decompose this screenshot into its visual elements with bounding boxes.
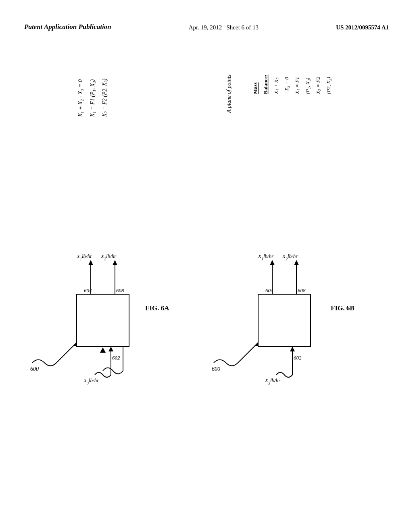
node-600b-label: 600 bbox=[212, 366, 220, 372]
header-publication-title: Patent Application Publication bbox=[24, 22, 111, 32]
node-602b-label: 602 bbox=[294, 355, 302, 361]
left-equation-block: X1 + X2 - X3 = 0 X1 = F1 (P1, X3) X2 = F… bbox=[75, 79, 111, 117]
right-eq-1: X1 + X2 - X3 = 0 bbox=[273, 77, 290, 94]
left-eq-3: X2 = F2 (P2, X3) bbox=[102, 79, 108, 117]
x3b-feed-wavy bbox=[276, 347, 292, 377]
x3b-lb-label: X3lb/hr bbox=[265, 377, 281, 385]
x3-lb-label-6a: X3lb/hr bbox=[83, 377, 99, 385]
stream-600-line bbox=[32, 343, 77, 366]
right-eq-3: X2 = F2 (P2, X3) bbox=[315, 77, 332, 94]
x1-lb-label-6a: X1lb/hr bbox=[76, 253, 92, 261]
x3-feed-arrow bbox=[108, 347, 113, 351]
node-608-label-6a: 608 bbox=[116, 287, 124, 293]
x2b-lb-label: X2lb/hr bbox=[282, 253, 298, 261]
left-eq-2: X1 = F1 (P1, X3) bbox=[90, 79, 96, 117]
x1b-out-arrow bbox=[270, 260, 275, 265]
right-eq-2: X1 = F1 (P1, X3) bbox=[294, 77, 311, 94]
fig-6a-text: FIG. 6A bbox=[145, 304, 169, 312]
node-604-label-6a: 604 bbox=[84, 287, 92, 293]
x2-out-arrow bbox=[113, 260, 117, 265]
mass-balance-label: Mass Balance: bbox=[252, 75, 269, 94]
plane-label: A plane of points bbox=[226, 75, 232, 113]
right-equation-block: Mass Balance: X1 + X2 - X3 = 0 X1 = F1 (… bbox=[250, 75, 334, 94]
header-patent-number: US 2012/0095574 A1 bbox=[336, 23, 389, 32]
x2-lb-label-6a: X2lb/hr bbox=[100, 253, 117, 261]
x1-out-arrow bbox=[88, 260, 93, 265]
x2b-out-arrow bbox=[294, 260, 299, 265]
x1b-lb-label: X1lb/hr bbox=[258, 253, 274, 261]
header: Patent Application Publication Apr. 19, … bbox=[0, 22, 413, 32]
x3b-feed-arrow bbox=[290, 347, 295, 351]
fig-6b-text: FIG. 6B bbox=[331, 304, 355, 312]
fig-6b-diagram: 600 602 X3lb/hr 604 X1lb/hr 608 X2lb/hr … bbox=[206, 173, 407, 387]
fig-6a-diagram: 600 602 X3lb/hr 604 X1lb/hr 608 bbox=[24, 173, 202, 387]
node-604b-label: 604 bbox=[265, 287, 273, 293]
node-602-label-6a: 602 bbox=[112, 355, 120, 361]
node-608b-label: 608 bbox=[298, 287, 306, 293]
stream-600b-line bbox=[214, 343, 258, 366]
page: Patent Application Publication Apr. 19, … bbox=[0, 0, 413, 532]
unit-box-6a bbox=[77, 294, 129, 347]
node-600-label: 600 bbox=[30, 366, 39, 372]
unit-box-6b bbox=[258, 294, 311, 347]
left-eq-1: X1 + X2 - X3 = 0 bbox=[77, 79, 83, 117]
x3-arrow bbox=[100, 347, 106, 353]
header-date-sheet: Apr. 19, 2012 Sheet 6 of 13 bbox=[189, 23, 259, 32]
